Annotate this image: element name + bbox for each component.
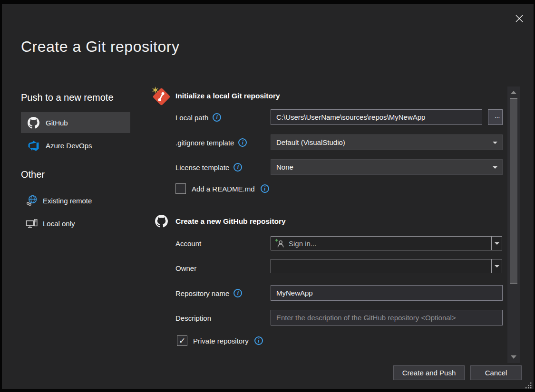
create-and-push-button[interactable]: Create and Push bbox=[393, 365, 465, 380]
globe-link-icon bbox=[26, 194, 38, 207]
sidebar-item-label: GitHub bbox=[46, 119, 68, 127]
info-icon[interactable]: i bbox=[233, 163, 242, 172]
scrollbar-thumb[interactable] bbox=[510, 98, 517, 284]
sparkle-icon bbox=[152, 86, 159, 94]
sidebar-item-github[interactable]: GitHub bbox=[21, 112, 130, 133]
account-combobox[interactable]: Sign in... bbox=[271, 236, 502, 250]
owner-dropdown-button[interactable] bbox=[491, 259, 502, 273]
gitignore-label-row: .gitignore template i bbox=[175, 137, 247, 148]
local-path-label: Local path bbox=[175, 114, 208, 122]
info-icon[interactable]: i bbox=[213, 113, 221, 122]
scroll-up-arrow-icon[interactable] bbox=[511, 91, 516, 94]
sidebar-item-local-only[interactable]: Local only bbox=[21, 215, 130, 232]
vertical-scrollbar[interactable] bbox=[507, 86, 520, 363]
sidebar-item-label: Existing remote bbox=[43, 197, 92, 205]
description-input[interactable] bbox=[271, 310, 503, 325]
gitignore-label: .gitignore template bbox=[175, 139, 234, 147]
info-icon[interactable]: i bbox=[254, 336, 263, 345]
sidebar-item-azure-devops[interactable]: Azure DevOps bbox=[21, 135, 130, 156]
description-label-row: Description bbox=[175, 313, 211, 323]
readme-check-row: Add a README.md i bbox=[175, 183, 269, 194]
license-label-row: License template i bbox=[175, 162, 242, 172]
close-button[interactable] bbox=[511, 10, 528, 27]
close-icon bbox=[515, 14, 524, 23]
github-section-header: Create a new GitHub repository bbox=[175, 217, 286, 226]
info-icon[interactable]: i bbox=[233, 289, 242, 297]
scroll-down-arrow-icon[interactable] bbox=[511, 355, 516, 359]
cancel-button[interactable]: Cancel bbox=[470, 365, 522, 380]
readme-label: Add a README.md bbox=[192, 185, 255, 193]
chevron-down-icon bbox=[493, 166, 497, 169]
browse-button[interactable]: ... bbox=[488, 109, 503, 125]
gitignore-dropdown[interactable]: Default (VisualStudio) bbox=[271, 134, 503, 150]
private-repository-checkbox[interactable]: ✓ bbox=[177, 335, 187, 346]
info-icon[interactable]: i bbox=[261, 184, 269, 193]
sign-in-person-icon bbox=[275, 239, 285, 249]
account-placeholder: Sign in... bbox=[289, 239, 316, 248]
create-git-repository-dialog: Create a Git repository Push to a new re… bbox=[2, 4, 534, 389]
repo-name-label-row: Repository name i bbox=[175, 288, 242, 298]
computer-icon bbox=[26, 217, 38, 229]
sidebar-item-label: Local only bbox=[43, 220, 75, 228]
repo-name-input[interactable] bbox=[271, 285, 503, 301]
account-label-row: Account bbox=[175, 238, 201, 249]
page-title: Create a Git repository bbox=[21, 38, 179, 56]
local-path-label-row: Local path i bbox=[175, 112, 221, 123]
license-label: License template bbox=[175, 163, 229, 172]
sidebar-item-label: Azure DevOps bbox=[46, 142, 92, 150]
account-dropdown-button[interactable] bbox=[491, 237, 502, 250]
description-label: Description bbox=[175, 314, 211, 322]
info-icon[interactable]: i bbox=[238, 138, 247, 147]
private-repository-label: Private repository bbox=[193, 337, 249, 345]
license-dropdown[interactable]: None bbox=[271, 159, 503, 175]
repo-name-label: Repository name bbox=[175, 289, 229, 297]
owner-label: Owner bbox=[175, 264, 196, 272]
gitignore-value: Default (VisualStudio) bbox=[276, 138, 345, 146]
account-label: Account bbox=[175, 239, 201, 248]
sidebar-item-existing-remote[interactable]: Existing remote bbox=[21, 192, 130, 209]
private-check-row: ✓ Private repository i bbox=[177, 335, 263, 346]
readme-checkbox[interactable] bbox=[175, 183, 186, 194]
init-section-header: Initialize a local Git repository bbox=[175, 92, 280, 100]
azure-devops-icon bbox=[28, 140, 39, 152]
license-value: None bbox=[276, 163, 293, 171]
owner-label-row: Owner bbox=[175, 263, 196, 273]
owner-combobox[interactable] bbox=[271, 259, 502, 273]
push-remote-header: Push to a new remote bbox=[21, 92, 114, 103]
other-header: Other bbox=[21, 169, 45, 180]
github-icon bbox=[155, 215, 168, 228]
resize-grip-icon[interactable] bbox=[524, 382, 532, 390]
github-icon bbox=[28, 117, 39, 129]
local-path-input[interactable] bbox=[271, 109, 482, 125]
chevron-down-icon bbox=[493, 142, 497, 144]
